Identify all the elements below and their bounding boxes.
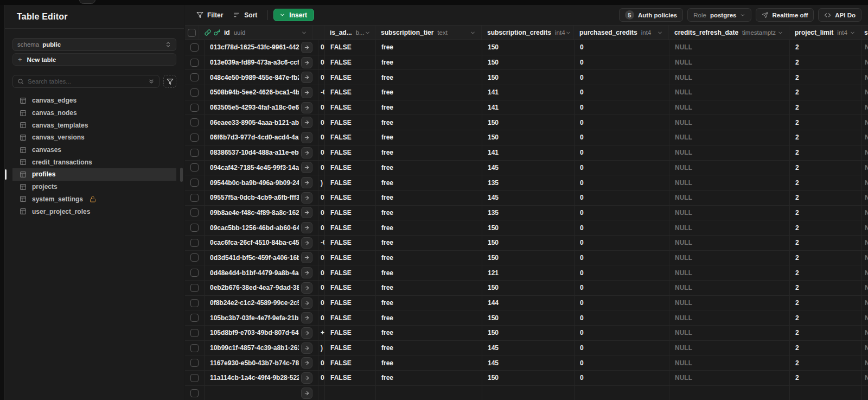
sidebar-item-credit_transactions[interactable]: credit_transactions: [12, 156, 176, 168]
api-docs-button[interactable]: API Do: [818, 8, 861, 22]
is-admin-cell: FALSE: [325, 145, 376, 160]
sidebar-item-canvas_templates[interactable]: canvas_templates: [12, 119, 176, 131]
row-checkbox[interactable]: [190, 179, 199, 187]
sidebar-item-canvases[interactable]: canvases: [12, 144, 176, 156]
sidebar-scrollbar-thumb[interactable]: [180, 168, 183, 182]
project-limit-cell: 2: [790, 145, 862, 160]
row-checkbox[interactable]: [190, 134, 199, 142]
expand-row-button[interactable]: [301, 342, 312, 354]
expand-row-button[interactable]: [301, 312, 312, 323]
chevron-down-icon[interactable]: [365, 30, 371, 36]
row-checkbox[interactable]: [190, 104, 199, 112]
row-checkbox[interactable]: [190, 253, 199, 262]
expand-row-button[interactable]: [301, 132, 312, 143]
collapse-chevrons-icon[interactable]: [148, 78, 155, 85]
row-checkbox[interactable]: [190, 299, 199, 307]
expand-row-button[interactable]: [301, 372, 312, 384]
row-checkbox[interactable]: [190, 269, 199, 277]
expand-row-button[interactable]: [301, 72, 312, 83]
insert-button[interactable]: Insert: [273, 9, 314, 21]
expand-row-button[interactable]: [301, 102, 312, 113]
clipped-right-cell-value: NULL: [865, 88, 868, 96]
row-checkbox[interactable]: [190, 149, 199, 157]
column-header-purchased_credits[interactable]: purchased_creditsint4: [574, 26, 669, 40]
column-header-is_ad...[interactable]: is_ad...b...: [324, 26, 375, 40]
table-list-filter-button[interactable]: [163, 75, 176, 88]
sidebar-item-canvas_edges[interactable]: canvas_edges: [12, 94, 176, 107]
row-checkbox[interactable]: [190, 163, 199, 172]
chevron-down-icon[interactable]: [470, 30, 476, 36]
column-header-su[interactable]: su: [861, 26, 868, 40]
row-checkbox[interactable]: [190, 239, 199, 247]
expand-row-button[interactable]: [301, 177, 312, 188]
chevron-down-icon[interactable]: [777, 30, 783, 36]
row-checkbox[interactable]: [190, 224, 199, 232]
expand-row-button[interactable]: [301, 327, 312, 339]
auth-policies-button[interactable]: 5 Auth policies: [619, 8, 683, 22]
column-header-id[interactable]: iduuid: [199, 26, 313, 40]
search-tables-input[interactable]: [28, 78, 144, 85]
column-header-subscription_credits[interactable]: subscription_creditsint4: [482, 26, 574, 40]
row-checkbox[interactable]: [190, 314, 199, 322]
row-checkbox[interactable]: [190, 73, 199, 81]
project-limit-cell: 2: [790, 115, 862, 130]
expand-row-button[interactable]: [301, 207, 312, 218]
expand-row-button[interactable]: [301, 87, 312, 98]
expand-row-button[interactable]: [301, 357, 312, 369]
column-header-clipped[interactable]: [313, 26, 324, 40]
chevron-down-icon[interactable]: [565, 30, 571, 36]
chevron-down-icon[interactable]: [850, 30, 856, 36]
sidebar-item-system_settings[interactable]: system_settings: [12, 193, 176, 206]
row-checkbox[interactable]: [190, 359, 199, 367]
expand-row-button[interactable]: [301, 42, 312, 53]
select-all-checkbox[interactable]: [188, 29, 196, 37]
sidebar-item-canvas_nodes[interactable]: canvas_nodes: [12, 107, 176, 119]
row-checkbox[interactable]: [190, 329, 199, 337]
expand-row-button[interactable]: [301, 297, 312, 309]
new-table-button[interactable]: + New table: [12, 53, 176, 66]
column-header-subscription_tier[interactable]: subscription_tiertext: [375, 26, 482, 40]
schema-select[interactable]: schema public: [12, 38, 176, 51]
expand-row-button[interactable]: [301, 252, 312, 263]
expand-row-button[interactable]: [301, 162, 312, 173]
search-tables-box[interactable]: [12, 75, 159, 88]
filter-button[interactable]: Filter: [192, 8, 228, 22]
expand-row-button[interactable]: [301, 117, 312, 128]
expand-row-button[interactable]: [301, 267, 312, 278]
row-checkbox[interactable]: [190, 374, 199, 382]
row-checkbox[interactable]: [190, 344, 199, 352]
chevron-down-icon[interactable]: [301, 30, 307, 36]
row-checkbox[interactable]: [190, 88, 199, 97]
expand-row-button[interactable]: [301, 222, 312, 233]
insert-label: Insert: [289, 11, 307, 19]
sidebar-item-profiles[interactable]: profiles: [12, 168, 176, 181]
row-checkbox[interactable]: [190, 208, 199, 217]
table-icon: [20, 110, 27, 117]
expand-row-button[interactable]: [301, 237, 312, 249]
role-select-button[interactable]: Role postgres: [687, 8, 751, 22]
column-header-project_limit[interactable]: project_limitint4: [789, 26, 861, 40]
row-checkbox[interactable]: [190, 118, 199, 126]
expand-row-button[interactable]: [301, 282, 312, 294]
sort-button[interactable]: Sort: [228, 8, 262, 22]
row-checkbox[interactable]: [190, 59, 199, 67]
row-checkbox[interactable]: [190, 194, 199, 202]
chevron-down-icon[interactable]: [657, 30, 663, 36]
credits-refresh-date-cell: NULL: [669, 310, 790, 325]
project-limit-cell-value: 2: [795, 344, 799, 352]
column-header-credits_refresh_date[interactable]: credits_refresh_datetimestamptz: [669, 26, 789, 40]
row-checkbox[interactable]: [190, 389, 199, 397]
realtime-toggle-button[interactable]: Realtime off: [756, 8, 814, 22]
row-checkbox[interactable]: [190, 284, 199, 292]
id-value: 09557f5a-0dcb-4cb9-a6fb-fff366...: [210, 194, 299, 201]
expand-row-button[interactable]: [301, 57, 312, 68]
auth-policies-label: Auth policies: [638, 12, 677, 18]
id-value: 105bc3b7-03fe-4e7f-9efa-21bb40...: [210, 314, 299, 322]
sidebar-item-projects[interactable]: projects: [12, 181, 176, 193]
row-checkbox[interactable]: [190, 43, 199, 52]
expand-row-button[interactable]: [301, 192, 312, 204]
expand-row-button[interactable]: [301, 147, 312, 158]
sidebar-item-user_project_roles[interactable]: user_project_roles: [12, 205, 176, 218]
expand-row-button[interactable]: [301, 388, 312, 399]
sidebar-item-canvas_versions[interactable]: canvas_versions: [12, 131, 176, 144]
